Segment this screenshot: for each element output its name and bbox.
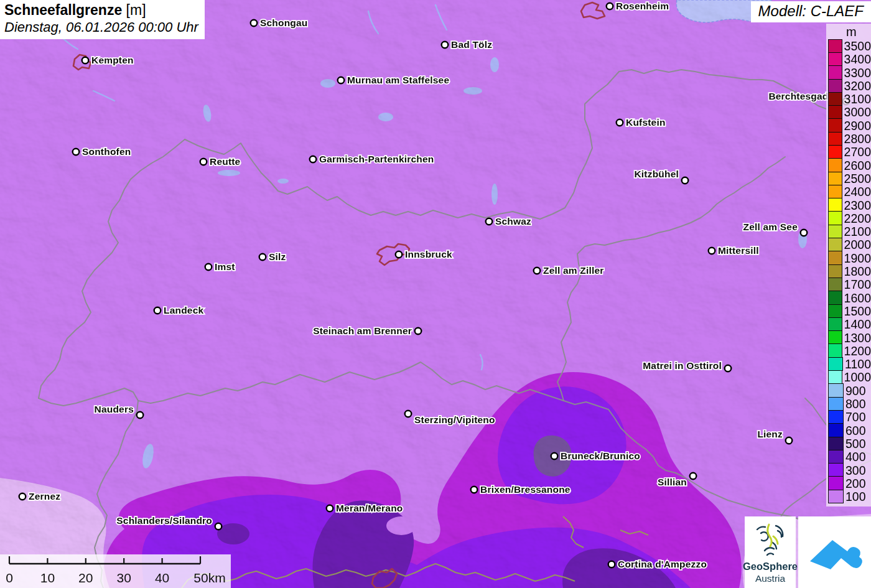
legend-swatch-2600 <box>828 158 842 172</box>
city-marker-reutte <box>200 159 207 166</box>
map-title-unit: [m] <box>126 2 146 18</box>
city-marker-bruneck-brunico <box>551 453 558 460</box>
city-label-reutte: Reutte <box>210 156 241 167</box>
city-marker-steinach-am-brenner <box>415 328 422 335</box>
city-label-lienz: Lienz <box>757 429 783 439</box>
city-label-sillian: Sillian <box>658 477 687 487</box>
partner-logo <box>798 516 871 588</box>
city-zell-am-ziller: Zell am Ziller <box>534 265 604 276</box>
legend-value-1900: 1900 <box>842 252 871 265</box>
city-marker-kitzb-hel <box>682 177 689 184</box>
legend-entry-2900: 2900 <box>826 119 871 133</box>
legend-swatch-2000 <box>828 238 842 252</box>
legend-value-3500: 3500 <box>842 40 871 53</box>
city-marker-silz <box>259 254 266 261</box>
legend-swatch-1900 <box>828 251 842 265</box>
city-label-garmisch-partenkirchen: Garmisch-Partenkirchen <box>319 154 434 164</box>
legend-unit-label: m <box>826 24 871 40</box>
city-marker-nauders <box>137 412 144 419</box>
city-matrei-in-osttirol: Matrei in Osttirol <box>643 360 731 371</box>
legend-value-3200: 3200 <box>842 80 871 93</box>
legend-entry-1800: 1800 <box>826 265 871 278</box>
legend-entry-2800: 2800 <box>826 133 871 146</box>
legend-entry-2400: 2400 <box>826 185 871 198</box>
city-marker-garmisch-partenkirchen <box>310 156 317 163</box>
legend-rows: 3500340033003200310030002900280027002600… <box>826 40 871 503</box>
legend-swatch-400 <box>828 450 844 464</box>
legend-entry-2700: 2700 <box>826 146 871 159</box>
legend-swatch-1700 <box>828 278 842 292</box>
city-label-sonthofen: Sonthofen <box>82 146 131 157</box>
legend-value-3100: 3100 <box>842 93 871 106</box>
map-datetime: Dienstag, 06.01.2026 00:00 Uhr <box>4 19 198 35</box>
scale-bar-graphic: 01020304050km <box>0 554 231 588</box>
legend-value-2200: 2200 <box>842 212 871 225</box>
blue-mountain-icon <box>803 524 867 581</box>
city-marker-mittersill <box>709 248 715 254</box>
geosphere-logo: GeoSphere Austria <box>745 516 796 588</box>
legend-value-1100: 1100 <box>843 358 871 371</box>
city-label-landeck: Landeck <box>164 305 203 315</box>
legend-swatch-1500 <box>828 304 842 319</box>
city-marker-matrei-in-osttirol <box>725 365 732 372</box>
legend-swatch-3300 <box>828 65 842 80</box>
legend-value-1500: 1500 <box>842 305 871 318</box>
city-label-innsbruck: Innsbruck <box>405 249 452 259</box>
legend-entry-3200: 3200 <box>826 80 871 93</box>
legend-entry-700: 700 <box>826 411 871 424</box>
city-marker-meran-merano <box>327 505 333 512</box>
legend-swatch-600 <box>828 423 844 437</box>
map-title: Schneefallgrenze <box>4 2 122 18</box>
city-marker-landeck <box>154 307 161 314</box>
map-canvas: SchongauBad TölzRosenheimKemptenMurnau a… <box>0 0 871 588</box>
legend-swatch-100 <box>828 490 844 504</box>
city-marker-kufstein <box>617 119 623 126</box>
legend-value-3400: 3400 <box>842 53 871 66</box>
legend-swatch-1400 <box>828 317 842 332</box>
city-label-steinach-am-brenner: Steinach am Brenner <box>313 325 412 336</box>
legend-entry-300: 300 <box>826 464 871 477</box>
city-label-mittersill: Mittersill <box>718 245 759 256</box>
legend-entry-400: 400 <box>826 450 871 464</box>
city-brixen-bressanone: Brixen/Bressanone <box>471 484 571 495</box>
city-marker-kempten <box>82 57 89 64</box>
legend-swatch-3500 <box>828 39 842 54</box>
legend-swatch-2800 <box>828 132 842 146</box>
city-label-imst: Imst <box>215 261 235 272</box>
legend-entry-2300: 2300 <box>826 199 871 212</box>
legend-swatch-1200 <box>828 343 842 358</box>
city-marker-sillian <box>690 473 697 480</box>
legend-entry-2100: 2100 <box>826 225 871 238</box>
city-label-murnau-am-staffelsee: Murnau am Staffelsee <box>347 75 449 85</box>
city-marker-brixen-bressanone <box>471 487 478 493</box>
legend-value-800: 800 <box>844 398 866 411</box>
legend-value-700: 700 <box>844 411 866 424</box>
legend-swatch-2900 <box>828 118 842 133</box>
legend-entry-1100: 1100 <box>826 358 871 371</box>
city-label-meran-merano: Meran/Merano <box>336 503 403 513</box>
legend-value-400: 400 <box>844 450 866 464</box>
legend-swatch-3100 <box>828 92 842 106</box>
city-label-cortina-d-ampezzo: Cortina d'Ampezzo <box>618 559 707 569</box>
city-marker-schlanders-silandro <box>215 523 222 530</box>
legend-entry-1600: 1600 <box>826 292 871 305</box>
legend-swatch-500 <box>828 437 844 451</box>
legend-entry-200: 200 <box>826 477 871 490</box>
legend-swatch-3200 <box>828 79 842 93</box>
legend-entry-100: 100 <box>826 490 871 503</box>
legend-swatch-700 <box>828 410 844 424</box>
legend-swatch-2200 <box>828 211 842 225</box>
legend-value-100: 100 <box>844 490 866 503</box>
scale-label-50km: 50km <box>193 571 225 585</box>
city-label-matrei-in-osttirol: Matrei in Osttirol <box>643 360 722 371</box>
hillshade-texture <box>0 0 871 588</box>
city-label-nauders: Nauders <box>95 404 134 414</box>
legend-entry-3500: 3500 <box>826 40 871 53</box>
city-marker-schwaz <box>486 218 493 225</box>
legend-swatch-2400 <box>828 185 842 199</box>
city-cortina-d-ampezzo: Cortina d'Ampezzo <box>608 559 707 569</box>
legend-entry-1900: 1900 <box>826 252 871 265</box>
title-box: Schneefallgrenze [m] Dienstag, 06.01.202… <box>0 0 205 39</box>
legend-entry-1200: 1200 <box>826 345 871 358</box>
city-marker-schongau <box>251 20 258 27</box>
